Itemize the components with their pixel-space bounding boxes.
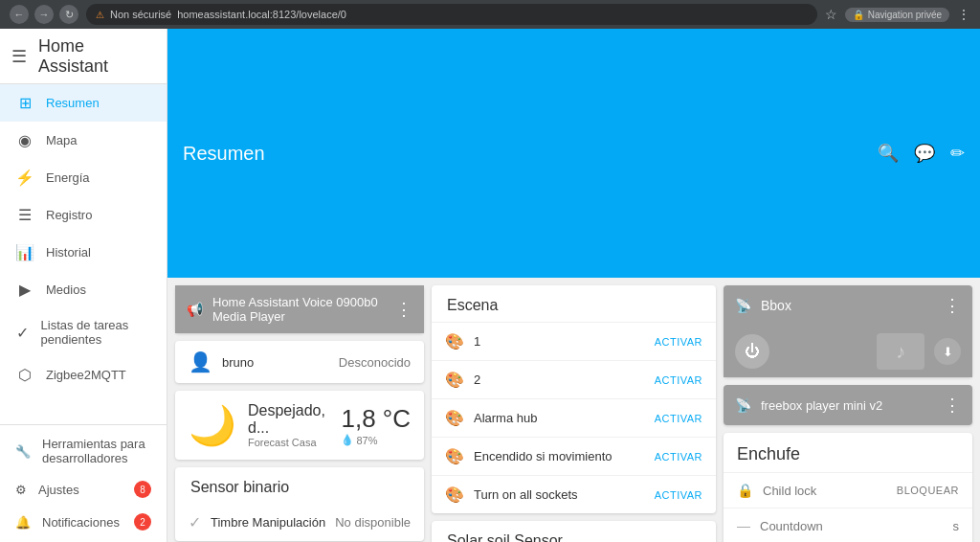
sensor-value: No disponible	[335, 515, 411, 530]
weather-humidity: 💧 87%	[341, 434, 411, 446]
sidebar-item-notificaciones[interactable]: 🔔 Notificaciones 2	[0, 506, 167, 538]
sidebar-header: ☰ Home Assistant	[0, 29, 167, 84]
scene-icon-5: 🎨	[445, 486, 464, 504]
media-player-title: Home Assistant Voice 0900b0 Media Player	[212, 295, 386, 324]
scene-row-4: 🎨 Encendido si movimiento ACTIVAR	[432, 437, 716, 475]
sidebar-item-registro[interactable]: ☰ Registro	[0, 196, 167, 234]
mapa-icon: ◉	[15, 131, 34, 149]
sidebar: ☰ Home Assistant ⊞ Resumen ◉ Mapa ⚡ Ener…	[0, 29, 167, 542]
scene-row-1: 🎨 1 ACTIVAR	[432, 322, 716, 360]
freebox-icon: 📡	[735, 397, 751, 413]
medios-icon: ▶	[15, 281, 34, 299]
browser-controls: ← → ↻	[10, 5, 78, 24]
assistant-button[interactable]: 💬	[914, 143, 935, 164]
scene-icon-2: 🎨	[445, 371, 464, 389]
sidebar-item-zigbee[interactable]: ⬡ Zigbee2MQTT	[0, 356, 167, 394]
weather-temp-group: 1,8 °C 💧 87%	[341, 404, 411, 446]
bookmark-button[interactable]: ☆	[825, 7, 837, 22]
child-lock-button[interactable]: BLOQUEAR	[897, 485, 959, 496]
countdown-icon: —	[737, 518, 750, 533]
back-button[interactable]: ←	[10, 5, 29, 24]
sidebar-item-historial[interactable]: 📊 Historial	[0, 234, 167, 271]
sidebar-item-mapa[interactable]: ◉ Mapa	[0, 122, 167, 159]
menu-button[interactable]: ⋮	[957, 7, 970, 22]
user-name: bruno	[222, 355, 329, 370]
main-columns: 📢 Home Assistant Voice 0900b0 Media Play…	[167, 278, 980, 542]
sensor-row: ✓ Timbre Manipulación No disponible	[175, 504, 424, 541]
resumen-icon: ⊞	[15, 94, 34, 112]
weather-temp: 1,8 °C	[341, 404, 411, 434]
sidebar-item-herramientas[interactable]: 🔧 Herramientas para desarrolladores	[0, 429, 167, 473]
column-1: 📢 Home Assistant Voice 0900b0 Media Play…	[175, 285, 424, 534]
bbox-title: Bbox	[761, 298, 934, 313]
user-avatar-icon: 👤	[189, 350, 212, 373]
countdown-label: Countdown	[760, 519, 944, 533]
sensor-binario-card: Sensor binario ✓ Timbre Manipulación No …	[175, 467, 424, 541]
sidebar-nav: ⊞ Resumen ◉ Mapa ⚡ Energía ☰ Registro 📊 …	[0, 84, 167, 424]
sidebar-label-registro: Registro	[46, 208, 92, 222]
enchufe-title: Enchufe	[724, 433, 972, 472]
user-card: 👤 bruno Desconocido	[175, 341, 424, 383]
enchufe-child-lock-row: 🔒 Child lock BLOQUEAR	[724, 472, 972, 508]
bbox-header: 📡 Bbox ⋮	[724, 285, 972, 326]
sidebar-label-resumen: Resumen	[46, 96, 100, 110]
column-2: Escena 🎨 1 ACTIVAR 🎨 2 ACTIVAR 🎨 Alarma …	[432, 285, 716, 534]
scene-activar-1[interactable]: ACTIVAR	[655, 336, 702, 348]
historial-icon: 📊	[15, 243, 34, 261]
forward-button[interactable]: →	[34, 5, 54, 24]
sidebar-label-zigbee: Zigbee2MQTT	[46, 368, 126, 382]
notificaciones-badge: 2	[134, 513, 151, 531]
media-menu-button[interactable]: ⋮	[395, 299, 412, 320]
humidity-icon: 💧	[341, 434, 354, 446]
url-text: homeassistant.local:8123/lovelace/0	[177, 9, 346, 20]
sensor-binario-title: Sensor binario	[175, 467, 424, 504]
sidebar-label-historial: Historial	[46, 245, 91, 260]
right-wrapper: Resumen 🔍 💬 ✏ 📢 Home Assistant Voice 090…	[167, 29, 980, 542]
ajustes-icon: ⚙	[15, 483, 27, 497]
sidebar-label-mapa: Mapa	[46, 133, 78, 147]
scene-title: Escena	[432, 285, 716, 322]
bbox-menu-button[interactable]: ⋮	[944, 295, 961, 316]
bbox-power-button[interactable]: ⏻	[735, 334, 769, 369]
hamburger-icon[interactable]: ☰	[11, 46, 27, 67]
edit-button[interactable]: ✏	[950, 143, 965, 164]
notificaciones-icon: 🔔	[15, 515, 31, 530]
weather-sub: Forecast Casa	[248, 437, 329, 448]
address-bar[interactable]: ⚠ Non sécurisé homeassistant.local:8123/…	[86, 4, 817, 25]
sidebar-item-ajustes[interactable]: ⚙ Ajustes 8	[0, 473, 167, 506]
scene-row-3: 🎨 Alarma hub ACTIVAR	[432, 398, 716, 437]
scene-name-3: Alarma hub	[474, 411, 645, 425]
bbox-download-icon[interactable]: ⬇	[934, 338, 961, 365]
enchufe-card: Enchufe 🔒 Child lock BLOQUEAR — Countdow…	[724, 433, 972, 542]
sidebar-item-energia[interactable]: ⚡ Energía	[0, 159, 167, 196]
sidebar-label-medios: Medios	[46, 282, 86, 297]
freebox-menu-button[interactable]: ⋮	[944, 395, 961, 416]
child-lock-icon: 🔒	[737, 483, 753, 498]
bbox-icon: 📡	[735, 298, 751, 313]
sidebar-item-listas[interactable]: ✓ Listas de tareas pendientes	[0, 308, 167, 356]
sensor-icon: ✓	[189, 513, 201, 531]
weather-icon: 🌙	[189, 403, 236, 448]
scene-activar-2[interactable]: ACTIVAR	[655, 374, 702, 386]
ajustes-badge: 8	[134, 481, 151, 498]
freebox-title: freebox player mini v2	[761, 398, 934, 413]
scene-activar-5[interactable]: ACTIVAR	[655, 489, 702, 501]
scene-name-4: Encendido si movimiento	[474, 449, 645, 463]
top-header: Resumen 🔍 💬 ✏	[167, 29, 980, 278]
countdown-value: s	[953, 519, 960, 533]
herramientas-label: Herramientas para desarrolladores	[42, 437, 151, 465]
sidebar-item-medios[interactable]: ▶ Medios	[0, 271, 167, 308]
scene-icon-3: 🎨	[445, 409, 464, 427]
reload-button[interactable]: ↻	[59, 5, 78, 24]
sidebar-item-resumen[interactable]: ⊞ Resumen	[0, 84, 167, 122]
ajustes-label: Ajustes	[38, 483, 79, 497]
column-3: 📡 Bbox ⋮ ⏻ ♪ ⬇ 📡 freebox player mini v2	[724, 285, 972, 534]
scene-activar-4[interactable]: ACTIVAR	[655, 451, 702, 463]
scene-activar-3[interactable]: ACTIVAR	[655, 413, 702, 424]
security-label: Non sécurisé	[110, 9, 171, 20]
scene-card: Escena 🎨 1 ACTIVAR 🎨 2 ACTIVAR 🎨 Alarma …	[432, 285, 716, 513]
child-lock-label: Child lock	[763, 484, 887, 498]
bbox-controls: ⏻ ♪ ⬇	[724, 326, 972, 377]
search-button[interactable]: 🔍	[878, 143, 899, 164]
scene-row-2: 🎨 2 ACTIVAR	[432, 360, 716, 398]
